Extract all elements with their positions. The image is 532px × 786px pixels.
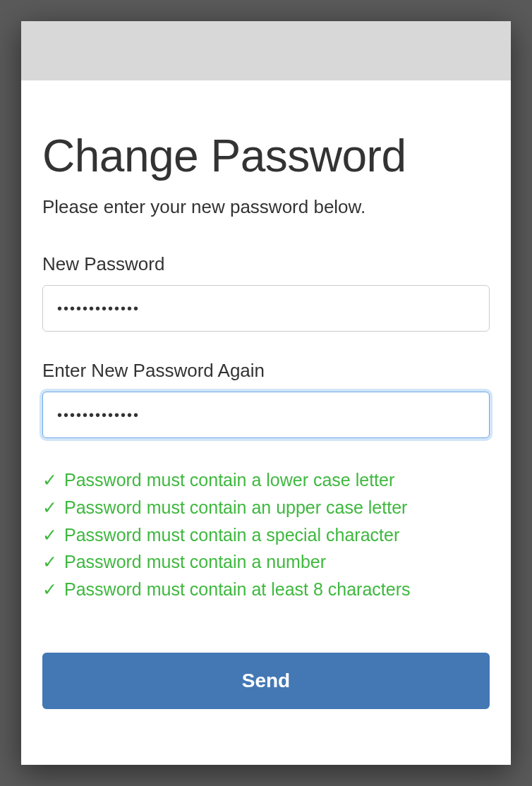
requirement-item: ✓ Password must contain a special charac… <box>42 521 490 549</box>
new-password-input[interactable] <box>42 285 490 332</box>
requirement-text: Password must contain an upper case lett… <box>64 494 407 521</box>
check-icon: ✓ <box>42 548 57 576</box>
check-icon: ✓ <box>42 521 57 549</box>
requirement-item: ✓ Password must contain a number <box>42 548 490 576</box>
card-body: Change Password Please enter your new pa… <box>21 80 511 730</box>
requirement-item: ✓ Password must contain a lower case let… <box>42 466 490 494</box>
requirement-text: Password must contain a special characte… <box>64 521 399 549</box>
change-password-card: Change Password Please enter your new pa… <box>21 21 511 765</box>
page-subtitle: Please enter your new password below. <box>42 196 490 218</box>
page-title: Change Password <box>42 130 490 182</box>
check-icon: ✓ <box>42 576 57 603</box>
new-password-label: New Password <box>42 253 490 275</box>
requirement-item: ✓ Password must contain at least 8 chara… <box>42 576 490 603</box>
confirm-password-group: Enter New Password Again <box>42 360 490 438</box>
requirement-item: ✓ Password must contain an upper case le… <box>42 494 490 521</box>
check-icon: ✓ <box>42 466 57 494</box>
new-password-group: New Password <box>42 253 490 332</box>
card-header <box>21 21 511 80</box>
requirement-text: Password must contain a lower case lette… <box>64 466 394 494</box>
requirement-text: Password must contain a number <box>64 548 326 576</box>
password-requirements: ✓ Password must contain a lower case let… <box>42 466 490 603</box>
requirement-text: Password must contain at least 8 charact… <box>64 576 411 603</box>
confirm-password-label: Enter New Password Again <box>42 360 490 382</box>
send-button[interactable]: Send <box>42 653 490 709</box>
confirm-password-input[interactable] <box>42 392 490 438</box>
check-icon: ✓ <box>42 494 57 521</box>
